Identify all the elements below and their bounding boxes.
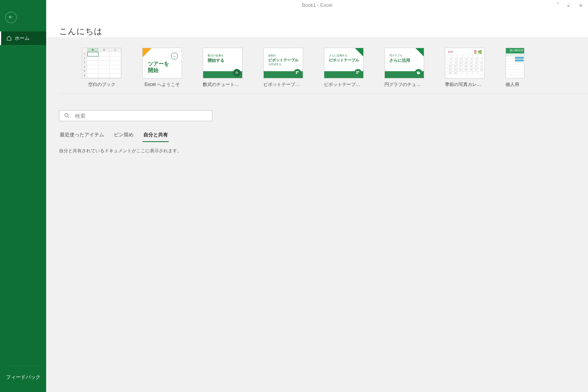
sidebar-item-home[interactable]: ホーム [0,31,46,45]
template-thumbnail: 🌸4月 🌷🌿 1234567 891011121314 151617181920… [445,48,485,78]
templates-row: ABC 1 2 3 4 5 6 空白のブック → ツアーを 開始 Ex [59,37,588,94]
template-thumbnail: 個人用収支表 [506,48,524,78]
account-icon[interactable] [566,2,573,8]
tab-pinned[interactable]: ピン留め [113,130,134,142]
template-pivot-advanced[interactable]: さらに活用する ピボットテーブル ピボットテーブルをさ… [324,48,364,88]
notifications-icon[interactable] [555,2,562,8]
template-blank-workbook[interactable]: ABC 1 2 3 4 5 6 空白のブック [82,48,121,88]
svg-rect-8 [358,71,359,72]
svg-point-11 [65,114,68,117]
pivot-icon [354,69,362,77]
thumb-text: 個人用収支表 [506,48,524,53]
pivot-icon [294,69,301,77]
home-icon [6,36,12,41]
template-label: 季節の写真カレンダー [445,81,485,88]
thumb-text: ツアーを [148,61,169,67]
fx-icon: fx [233,69,241,77]
search-box[interactable] [59,110,212,121]
template-formula-tutorial[interactable]: 数式の使用を 開始する fx 数式のチュートリアル [203,48,243,88]
new-badge-icon [143,48,152,57]
feedback-link[interactable]: フィードバック [0,374,46,381]
template-label: ピボットテーブル入門 [263,81,303,88]
pie-chart-icon [415,69,422,77]
window-title: Book1 - Excel [302,2,332,8]
flowers-icon: 🌷🌿 [473,50,482,54]
sidebar-spacer [0,45,46,365]
svg-rect-4 [296,71,297,72]
template-thumbnail: さらに活用する ピボットテーブル [324,48,364,78]
svg-point-2 [569,3,570,5]
thumb-text: を作成する [268,62,282,66]
template-label: 数式のチュートリアル [203,81,243,88]
svg-rect-7 [356,71,358,72]
template-label: Excel へようこそ [142,81,182,88]
template-label: ピボットテーブルをさ… [324,81,364,88]
thumb-text: ピボットテーブル [329,58,359,63]
search-input[interactable] [75,113,207,119]
template-thumbnail: 数式の使用を 開始する fx [203,48,243,78]
main-content: Book1 - Excel こんにちは ABC 1 2 3 [46,0,588,392]
feedback-section: フィードバック [0,365,46,392]
template-pivot-intro[interactable]: 最初の ピボットテーブル を作成する ピボットテーブル入門 [263,48,303,88]
template-label: 空白のブック [82,81,121,88]
template-pie-chart[interactable]: 円グラフを さらに活用 円グラフのチュートリ… [384,48,424,88]
template-label: 円グラフのチュートリ… [384,81,424,88]
template-thumbnail: 最初の ピボットテーブル を作成する [263,48,303,78]
tabs-row: 最近使ったアイテム ピン留め 自分と共有 [46,130,588,142]
svg-point-3 [579,4,582,7]
svg-point-1 [567,5,569,7]
arrow-right-icon: → [171,53,178,59]
thumb-text: ピボットテーブル [268,58,299,63]
thumb-text: 開始する [208,58,224,63]
tab-recent[interactable]: 最近使ったアイテム [59,130,105,142]
svg-rect-5 [297,71,299,72]
account-area [555,2,584,8]
svg-rect-9 [356,73,358,74]
title-bar: Book1 - Excel [46,0,588,26]
thumb-text: 円グラフを [389,54,403,58]
thumb-text: 最初の [268,54,276,58]
template-personal-budget[interactable]: 個人用収支表 個人用 [506,48,524,88]
back-button[interactable] [5,12,17,23]
template-thumbnail: ABC 1 2 3 4 5 6 [82,48,121,78]
sidebar-divider [6,365,40,366]
template-label: 個人用 [506,81,524,88]
svg-point-0 [557,2,559,4]
thumb-text: 数式の使用を [208,54,224,58]
svg-rect-6 [296,73,297,74]
sidebar-item-label: ホーム [15,35,30,42]
template-thumbnail: 円グラフを さらに活用 [384,48,424,78]
new-badge-icon [415,48,424,56]
new-badge-icon [355,48,363,56]
template-welcome-tour[interactable]: → ツアーを 開始 Excel へようこそ [142,48,182,88]
greeting-row: こんにちは [46,26,588,37]
account-icon[interactable] [577,2,584,8]
backstage-sidebar: ホーム フィードバック [0,0,46,392]
thumb-text: 🌸4月 [448,50,454,54]
content-area: ABC 1 2 3 4 5 6 空白のブック → ツアーを 開始 Ex [46,37,588,392]
tab-shared-with-me[interactable]: 自分と共有 [143,130,169,142]
thumb-text: 開始 [148,67,159,74]
template-thumbnail: → ツアーを 開始 [142,48,182,78]
greeting-text: こんにちは [59,26,103,37]
search-section [46,94,588,121]
template-seasonal-calendar[interactable]: 🌸4月 🌷🌿 1234567 891011121314 151617181920… [445,48,485,88]
empty-state-message: 自分と共有されているドキュメントがここに表示されます。 [46,142,588,160]
thumb-text: さらに活用 [389,58,410,63]
search-icon [64,113,70,119]
thumb-text: さらに活用する [329,54,347,58]
back-arrow-icon [8,14,14,21]
